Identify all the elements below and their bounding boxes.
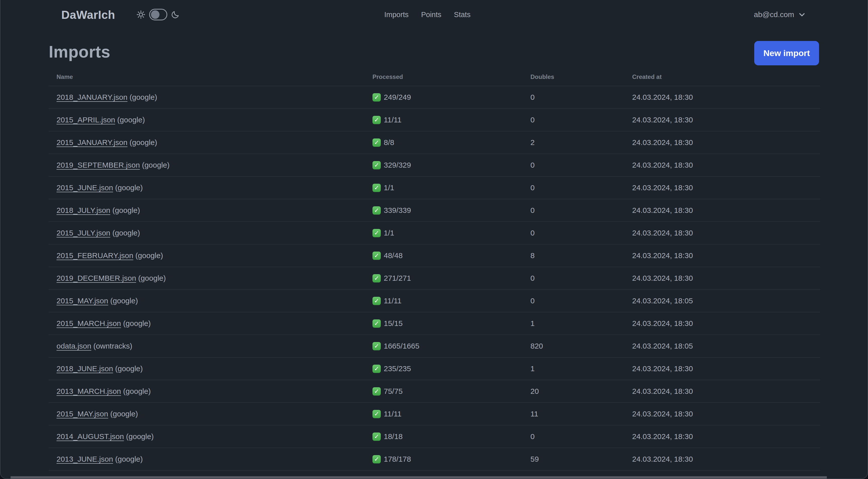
created-at-cell: 24.03.2024, 18:30 bbox=[632, 251, 820, 260]
import-file-link[interactable]: 2014_AUGUST.json bbox=[57, 432, 124, 441]
chevron-down-icon bbox=[798, 11, 806, 18]
table-row: 2015_MAY.json (google) ✓ 11/11 0 24.03.2… bbox=[49, 290, 820, 312]
import-source: (owntracks) bbox=[91, 342, 132, 350]
import-source: (google) bbox=[140, 161, 169, 169]
name-cell: 2015_MAY.json (google) bbox=[57, 410, 372, 418]
created-at-cell: 24.03.2024, 18:30 bbox=[632, 229, 820, 237]
import-source: (google) bbox=[113, 364, 143, 373]
table-row: 2015_JANUARY.json (google) ✓ 8/8 2 24.03… bbox=[49, 131, 820, 154]
processed-cell: ✓ 1665/1665 bbox=[372, 342, 530, 350]
check-emoji-icon: ✓ bbox=[372, 161, 381, 169]
table-row: 2019_DECEMBER.json (google) ✓ 271/271 0 … bbox=[49, 267, 820, 290]
import-file-link[interactable]: 2015_MAY.json bbox=[57, 410, 108, 418]
table-row: 2015_MARCH.json (google) ✓ 15/15 1 24.03… bbox=[49, 312, 820, 335]
created-at-cell: 24.03.2024, 18:30 bbox=[632, 387, 820, 395]
user-email: ab@cd.com bbox=[754, 10, 794, 19]
table-row: 2015_JULY.json (google) ✓ 1/1 0 24.03.20… bbox=[49, 222, 820, 244]
processed-count: 75/75 bbox=[384, 387, 403, 395]
table-row: odata.json (owntracks) ✓ 1665/1665 820 2… bbox=[49, 335, 820, 358]
name-cell: 2015_JANUARY.json (google) bbox=[57, 138, 372, 147]
column-header-name: Name bbox=[57, 73, 372, 81]
table-row: 2018_JULY.json (google) ✓ 339/339 0 24.0… bbox=[49, 199, 820, 222]
processed-count: 48/48 bbox=[384, 251, 403, 260]
doubles-cell: 0 bbox=[530, 432, 632, 441]
import-file-link[interactable]: 2015_MAY.json bbox=[57, 297, 108, 305]
processed-cell: ✓ 11/11 bbox=[372, 116, 530, 124]
processed-cell: ✓ 1/1 bbox=[372, 183, 530, 192]
doubles-cell: 2 bbox=[530, 138, 632, 147]
table-row: 2019_SEPTEMBER.json (google) ✓ 329/329 0… bbox=[49, 154, 820, 177]
name-cell: 2014_AUGUST.json (google) bbox=[57, 432, 372, 441]
doubles-cell: 0 bbox=[530, 206, 632, 215]
nav-link-stats[interactable]: Stats bbox=[454, 10, 470, 19]
created-at-cell: 24.03.2024, 18:30 bbox=[632, 116, 820, 124]
processed-cell: ✓ 249/249 bbox=[372, 93, 530, 101]
table-row: 2014_AUGUST.json (google) ✓ 18/18 0 24.0… bbox=[49, 425, 820, 448]
app-logo[interactable]: DaWarIch bbox=[61, 8, 115, 22]
import-file-link[interactable]: 2015_JUNE.json bbox=[57, 183, 113, 192]
horizontal-scrollbar[interactable] bbox=[10, 476, 827, 479]
import-source: (google) bbox=[133, 251, 163, 260]
doubles-cell: 0 bbox=[530, 93, 632, 101]
name-cell: 2019_SEPTEMBER.json (google) bbox=[57, 161, 372, 169]
user-menu[interactable]: ab@cd.com bbox=[754, 0, 806, 29]
nav-link-imports[interactable]: Imports bbox=[384, 10, 409, 19]
import-source: (google) bbox=[113, 455, 143, 463]
created-at-cell: 24.03.2024, 18:30 bbox=[632, 93, 820, 101]
name-cell: 2015_APRIL.json (google) bbox=[57, 116, 372, 124]
import-file-link[interactable]: 2015_APRIL.json bbox=[57, 116, 115, 124]
import-file-link[interactable]: 2015_FEBRUARY.json bbox=[57, 251, 133, 260]
doubles-cell: 1 bbox=[530, 364, 632, 373]
check-emoji-icon: ✓ bbox=[372, 139, 381, 147]
created-at-cell: 24.03.2024, 18:30 bbox=[632, 274, 820, 282]
created-at-cell: 24.03.2024, 18:05 bbox=[632, 342, 820, 350]
processed-count: 1/1 bbox=[384, 229, 394, 237]
doubles-cell: 0 bbox=[530, 297, 632, 305]
import-source: (google) bbox=[110, 229, 140, 237]
import-file-link[interactable]: 2013_JUNE.json bbox=[57, 455, 113, 463]
table-row: 2015_FEBRUARY.json (google) ✓ 48/48 8 24… bbox=[49, 244, 820, 267]
processed-cell: ✓ 8/8 bbox=[372, 138, 530, 147]
theme-toggle[interactable] bbox=[136, 9, 180, 20]
import-file-link[interactable]: 2015_MARCH.json bbox=[57, 319, 121, 327]
import-file-link[interactable]: odata.json bbox=[57, 342, 91, 350]
import-source: (google) bbox=[127, 93, 157, 101]
processed-count: 339/339 bbox=[384, 206, 411, 215]
import-file-link[interactable]: 2019_SEPTEMBER.json bbox=[57, 161, 140, 169]
created-at-cell: 24.03.2024, 18:30 bbox=[632, 455, 820, 463]
check-emoji-icon: ✓ bbox=[372, 229, 381, 237]
new-import-button[interactable]: New import bbox=[754, 41, 819, 65]
doubles-cell: 20 bbox=[530, 387, 632, 395]
import-file-link[interactable]: 2019_DECEMBER.json bbox=[57, 274, 136, 282]
processed-cell: ✓ 271/271 bbox=[372, 274, 530, 282]
import-source: (google) bbox=[127, 138, 157, 147]
processed-count: 329/329 bbox=[384, 161, 411, 169]
processed-count: 15/15 bbox=[384, 319, 403, 328]
theme-toggle-switch[interactable] bbox=[149, 9, 167, 20]
import-file-link[interactable]: 2018_JULY.json bbox=[57, 206, 110, 214]
processed-count: 1/1 bbox=[384, 183, 394, 192]
import-source: (google) bbox=[108, 297, 138, 305]
processed-count: 1665/1665 bbox=[384, 342, 420, 350]
check-emoji-icon: ✓ bbox=[372, 93, 381, 101]
name-cell: 2015_FEBRUARY.json (google) bbox=[57, 251, 372, 260]
import-file-link[interactable]: 2015_JULY.json bbox=[57, 229, 110, 237]
import-file-link[interactable]: 2013_MARCH.json bbox=[57, 387, 121, 395]
nav-link-points[interactable]: Points bbox=[421, 10, 441, 19]
main-nav: Imports Points Stats bbox=[384, 0, 470, 29]
processed-cell: ✓ 15/15 bbox=[372, 319, 530, 328]
created-at-cell: 24.03.2024, 18:30 bbox=[632, 206, 820, 215]
doubles-cell: 59 bbox=[530, 455, 632, 463]
processed-count: 249/249 bbox=[384, 93, 411, 101]
import-file-link[interactable]: 2015_JANUARY.json bbox=[57, 138, 127, 147]
processed-count: 178/178 bbox=[384, 455, 411, 463]
processed-cell: ✓ 329/329 bbox=[372, 161, 530, 169]
table-row: 2018_JUNE.json (google) ✓ 235/235 1 24.0… bbox=[49, 358, 820, 380]
import-file-link[interactable]: 2018_JANUARY.json bbox=[57, 93, 127, 101]
doubles-cell: 0 bbox=[530, 274, 632, 282]
import-file-link[interactable]: 2018_JUNE.json bbox=[57, 364, 113, 373]
import-source: (google) bbox=[136, 274, 166, 282]
processed-cell: ✓ 339/339 bbox=[372, 206, 530, 215]
doubles-cell: 0 bbox=[530, 229, 632, 237]
check-emoji-icon: ✓ bbox=[372, 410, 381, 418]
